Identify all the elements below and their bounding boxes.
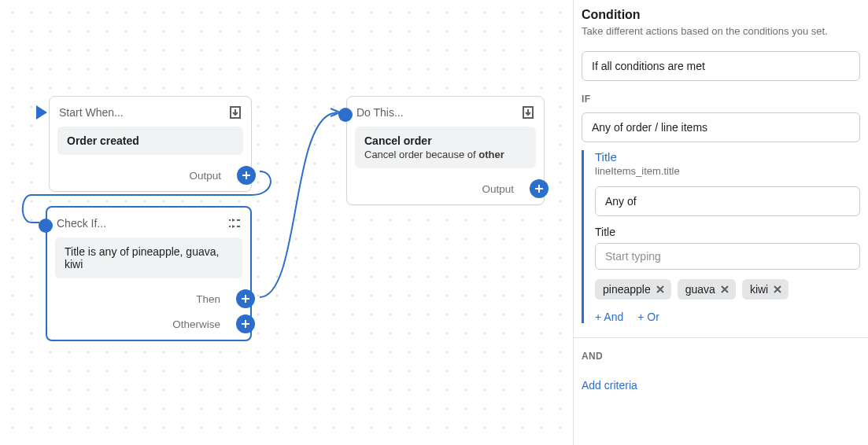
node-start[interactable]: Start When... Order created Output [49, 96, 252, 192]
tag-label: pineapple [603, 283, 651, 296]
tags-row: pineappleguavakiwi [595, 279, 860, 300]
start-play-icon [36, 105, 47, 120]
output-label: Output [189, 170, 221, 182]
criteria-field-link[interactable]: Title [595, 150, 860, 164]
otherwise-label: Otherwise [172, 318, 220, 330]
node-check-body: Title is any of pineapple, guava, kiwi [55, 237, 242, 278]
svg-rect-3 [242, 298, 249, 300]
node-action[interactable]: Do This... Cancel order Cancel order bec… [346, 96, 545, 205]
tag: kiwi [742, 279, 789, 300]
import-icon[interactable] [227, 105, 243, 120]
scope-select[interactable]: Any of order / line items [582, 112, 860, 142]
condition-mode-select[interactable]: If all conditions are met [582, 51, 860, 81]
then-label: Then [196, 293, 220, 305]
node-action-input-port[interactable] [338, 108, 353, 122]
tag-remove-icon[interactable] [720, 285, 729, 294]
and-label: AND [582, 351, 860, 362]
node-check-input-port[interactable] [39, 219, 53, 233]
condition-panel: Condition Take different actions based o… [573, 0, 868, 445]
svg-rect-7 [535, 188, 543, 189]
value-input[interactable] [595, 243, 860, 270]
add-then-button[interactable] [236, 289, 255, 308]
node-check[interactable]: Check If... Title is any of pineapple, g… [46, 206, 252, 341]
node-action-body: Cancel order Cancel order because of oth… [355, 127, 536, 168]
add-or-link[interactable]: + Or [637, 311, 659, 323]
tag-remove-icon[interactable] [773, 285, 782, 294]
workflow-canvas[interactable]: Start When... Order created Output Check… [0, 0, 573, 445]
panel-subtitle: Take different actions based on the cond… [582, 25, 860, 37]
add-output-button[interactable] [530, 179, 549, 198]
tag-label: kiwi [750, 283, 768, 296]
panel-title: Condition [582, 8, 860, 22]
criteria-path: lineItems_item.title [595, 165, 860, 177]
svg-rect-5 [242, 323, 249, 325]
criteria-block: Title lineItems_item.title Any of Title … [582, 150, 860, 323]
node-start-body: Order created [57, 127, 243, 155]
node-start-title: Start When... [59, 106, 221, 119]
divider [574, 337, 868, 338]
tag: pineapple [595, 279, 671, 300]
add-criteria-link[interactable]: Add criteria [582, 379, 637, 392]
add-and-link[interactable]: + And [595, 311, 623, 323]
output-label: Output [482, 183, 514, 195]
add-output-button[interactable] [237, 166, 256, 185]
import-icon[interactable] [520, 105, 536, 120]
node-check-title: Check If... [57, 217, 220, 230]
tag-remove-icon[interactable] [656, 285, 665, 294]
tag: guava [678, 279, 736, 300]
operator-select[interactable]: Any of [595, 186, 860, 216]
node-action-title: Do This... [356, 106, 514, 119]
value-label: Title [595, 226, 860, 238]
svg-rect-1 [242, 175, 250, 176]
condition-icon [227, 215, 242, 231]
if-label: IF [582, 94, 860, 105]
tag-label: guava [685, 283, 715, 296]
add-otherwise-button[interactable] [236, 314, 255, 333]
